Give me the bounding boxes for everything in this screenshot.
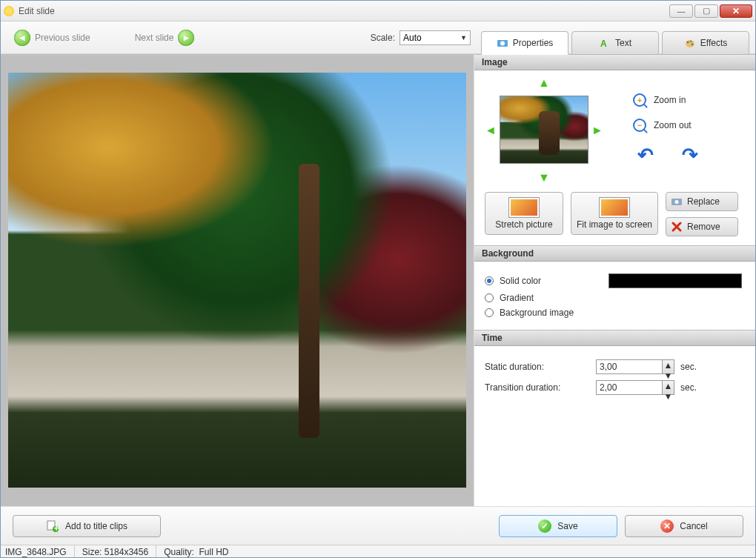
add-clip-icon: + xyxy=(46,519,59,533)
step-up-icon: ▲ xyxy=(663,360,674,371)
toolbar: ◄ Previous slide Next slide ► Scale: Aut… xyxy=(1,21,755,54)
transition-duration-stepper[interactable]: ▲▼ xyxy=(663,380,674,395)
zoom-in-label: Zoom in xyxy=(654,95,686,105)
zoom-in-icon: + xyxy=(633,93,646,107)
cancel-label: Cancel xyxy=(680,521,707,531)
zoom-out-icon: − xyxy=(633,119,646,132)
fit-thumb-icon xyxy=(600,198,629,217)
maximize-button[interactable]: ▢ xyxy=(694,4,718,18)
tab-properties[interactable]: Properties xyxy=(481,31,568,55)
titlebar: Edit slide — ▢ ✕ xyxy=(1,1,755,21)
maximize-icon: ▢ xyxy=(695,5,717,17)
stretch-picture-button[interactable]: Stretch picture xyxy=(485,192,563,235)
transition-duration-label: Transition duration: xyxy=(485,382,596,393)
bg-image-radio[interactable]: Background image xyxy=(485,308,745,318)
cancel-icon: ✕ xyxy=(660,519,674,533)
preview-pane xyxy=(1,54,474,506)
remove-button[interactable]: Remove xyxy=(666,217,738,236)
step-down-icon: ▼ xyxy=(663,391,674,402)
previous-slide-label: Previous slide xyxy=(35,33,90,43)
cancel-button[interactable]: ✕ Cancel xyxy=(625,515,743,537)
static-duration-label: Static duration: xyxy=(485,362,596,372)
zoom-out-button[interactable]: − Zoom out xyxy=(633,119,698,132)
zoom-in-button[interactable]: + Zoom in xyxy=(633,93,698,107)
tab-text-label: Text xyxy=(615,38,631,48)
transition-duration-input[interactable]: 2,00 xyxy=(596,380,663,395)
replace-icon xyxy=(671,196,683,207)
move-left-handle[interactable]: ◄ xyxy=(485,124,497,136)
arrow-right-icon: ► xyxy=(178,30,194,46)
save-label: Save xyxy=(557,521,577,531)
scale-value: Auto xyxy=(403,33,422,43)
remove-label: Remove xyxy=(687,222,720,232)
next-slide-label: Next slide xyxy=(135,33,174,43)
next-slide-button[interactable]: Next slide ► xyxy=(127,27,202,49)
tab-properties-label: Properties xyxy=(513,38,554,48)
image-thumbnail xyxy=(500,96,588,164)
status-filename: IMG_3648.JPG xyxy=(5,545,75,558)
fit-image-label: Fit image to screen xyxy=(577,219,652,230)
image-section-header: Image xyxy=(474,54,755,70)
replace-label: Replace xyxy=(687,196,720,207)
chevron-down-icon: ▼ xyxy=(460,34,467,41)
scale-select[interactable]: Auto ▼ xyxy=(399,30,471,45)
transition-duration-unit: sec. xyxy=(680,382,697,393)
static-duration-stepper[interactable]: ▲▼ xyxy=(663,359,674,374)
move-up-handle[interactable]: ▲ xyxy=(538,76,550,88)
status-quality: Quality: Full HD xyxy=(164,547,228,557)
text-icon: A xyxy=(599,37,611,49)
close-icon: ✕ xyxy=(720,5,752,17)
main-area: Image ▲ ▼ ◄ ► + Zoom in − Zoo xyxy=(1,54,755,506)
properties-panel: Image ▲ ▼ ◄ ► + Zoom in − Zoo xyxy=(474,54,755,506)
tab-bar: Properties A Text Effects xyxy=(481,26,749,50)
bg-solid-radio[interactable]: Solid color xyxy=(485,273,745,288)
minimize-button[interactable]: — xyxy=(669,4,693,18)
tab-effects[interactable]: Effects xyxy=(662,31,749,55)
replace-button[interactable]: Replace xyxy=(666,192,738,211)
minimize-icon: — xyxy=(670,5,692,17)
svg-point-4 xyxy=(686,41,689,43)
fit-image-button[interactable]: Fit image to screen xyxy=(571,192,658,235)
image-position-control[interactable]: ▲ ▼ ◄ ► xyxy=(485,78,603,182)
check-icon: ✓ xyxy=(538,519,551,533)
app-icon xyxy=(4,6,14,16)
radio-icon xyxy=(485,276,494,285)
bg-gradient-radio[interactable]: Gradient xyxy=(485,293,745,303)
svg-point-5 xyxy=(689,40,692,42)
bg-image-label: Background image xyxy=(500,308,574,318)
add-to-title-clips-label: Add to title clips xyxy=(65,521,127,531)
status-bar: IMG_3648.JPG Size: 5184x3456 Quality: Fu… xyxy=(1,545,755,558)
scale-label: Scale: xyxy=(371,33,395,43)
move-right-handle[interactable]: ► xyxy=(591,124,603,136)
svg-text:+: + xyxy=(53,523,59,533)
tab-effects-label: Effects xyxy=(700,38,727,48)
arrow-left-icon: ◄ xyxy=(14,30,30,46)
close-button[interactable]: ✕ xyxy=(720,4,752,18)
slide-preview[interactable] xyxy=(8,73,466,488)
svg-text:A: A xyxy=(600,39,607,49)
previous-slide-button[interactable]: ◄ Previous slide xyxy=(7,27,98,49)
rotate-left-button[interactable]: ↶ xyxy=(637,144,654,167)
step-up-icon: ▲ xyxy=(663,381,674,391)
status-size: Size: 5184x3456 xyxy=(82,545,156,558)
action-bar: + Add to title clips ✓ Save ✕ Cancel xyxy=(1,506,755,545)
stretch-picture-label: Stretch picture xyxy=(495,219,552,230)
move-down-handle[interactable]: ▼ xyxy=(538,171,550,183)
bg-color-swatch[interactable] xyxy=(609,273,742,288)
camera-icon xyxy=(497,37,508,49)
time-section-header: Time xyxy=(474,330,755,346)
save-button[interactable]: ✓ Save xyxy=(499,515,617,537)
tab-text[interactable]: A Text xyxy=(571,31,659,55)
svg-point-1 xyxy=(500,41,505,45)
static-duration-input[interactable]: 3,00 xyxy=(596,359,663,374)
add-to-title-clips-button[interactable]: + Add to title clips xyxy=(13,515,161,537)
rotate-right-button[interactable]: ↷ xyxy=(682,144,698,167)
svg-point-6 xyxy=(691,43,693,45)
svg-point-8 xyxy=(675,200,679,204)
zoom-out-label: Zoom out xyxy=(654,120,692,130)
radio-icon xyxy=(485,293,494,302)
remove-icon xyxy=(671,221,683,233)
palette-icon xyxy=(684,37,696,49)
bg-solid-label: Solid color xyxy=(500,276,541,286)
background-section-header: Background xyxy=(474,245,755,262)
